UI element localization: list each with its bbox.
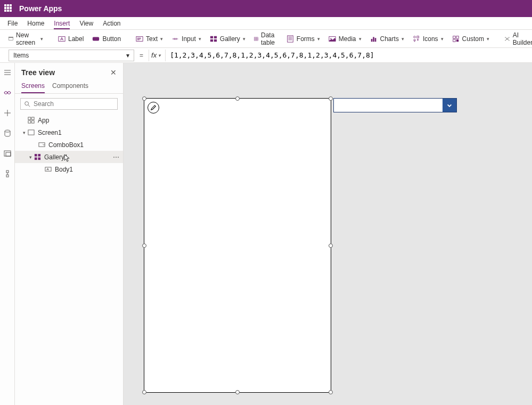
resize-handle[interactable] <box>329 244 333 248</box>
tree-combobox1-label: ComboBox1 <box>48 141 84 149</box>
chevron-down-icon: ▾ <box>317 36 320 42</box>
combobox-control[interactable] <box>333 98 457 112</box>
svg-rect-60 <box>39 143 45 147</box>
fx-label[interactable]: fx▾ <box>149 51 165 59</box>
resize-handle[interactable] <box>142 96 146 101</box>
gallery-control[interactable] <box>144 98 331 393</box>
chevron-down-icon[interactable]: ▾ <box>21 130 27 135</box>
combobox-dropdown-button[interactable] <box>443 99 456 112</box>
icons-label: Icons <box>423 35 438 43</box>
resize-handle[interactable] <box>235 390 240 394</box>
chevron-down-icon: ▾ <box>40 36 43 42</box>
app-launcher-icon[interactable] <box>4 4 13 13</box>
data-table-icon <box>254 35 258 43</box>
close-icon[interactable]: ✕ <box>110 68 117 77</box>
chevron-down-icon: ▾ <box>158 53 161 58</box>
text-button[interactable]: Text ▾ <box>133 33 166 45</box>
resize-handle[interactable] <box>142 244 146 248</box>
search-wrap <box>15 94 123 114</box>
hamburger-icon[interactable] <box>3 68 12 77</box>
tree-combobox1[interactable]: ▾ ComboBox1 <box>15 139 123 151</box>
gallery-button[interactable]: Gallery ▾ <box>207 33 249 45</box>
tab-components[interactable]: Components <box>52 79 88 93</box>
media-panel-icon[interactable] <box>3 149 12 158</box>
svg-point-36 <box>505 40 505 40</box>
advanced-tools-icon[interactable] <box>3 169 12 178</box>
menu-home[interactable]: Home <box>27 20 44 29</box>
data-table-button[interactable]: Data table <box>251 29 281 48</box>
svg-rect-31 <box>453 39 455 41</box>
data-icon[interactable] <box>3 129 12 137</box>
svg-rect-61 <box>35 154 37 157</box>
tab-screens[interactable]: Screens <box>21 79 45 93</box>
svg-rect-59 <box>28 130 34 135</box>
svg-rect-24 <box>371 39 372 42</box>
svg-rect-55 <box>28 117 31 120</box>
tree-tabs: Screens Components <box>15 79 123 94</box>
insert-icon[interactable] <box>3 109 12 117</box>
media-button[interactable]: Media ▾ <box>325 33 365 45</box>
svg-point-47 <box>5 130 10 132</box>
resize-handle[interactable] <box>142 390 146 394</box>
svg-rect-58 <box>31 120 34 123</box>
edit-icon[interactable] <box>148 102 159 114</box>
tree-panel: Tree view ✕ Screens Components ▾ App ▾ S… <box>15 63 124 405</box>
chevron-down-icon[interactable]: ▾ <box>28 155 33 160</box>
tree-screen1[interactable]: ▾ Screen1 <box>15 126 123 139</box>
property-selector[interactable]: Items ▾ <box>9 50 134 61</box>
menu-file[interactable]: File <box>7 20 18 29</box>
menu-action[interactable]: Action <box>103 20 120 29</box>
ai-builder-button[interactable]: AI Builder ▾ <box>501 29 532 48</box>
svg-rect-62 <box>38 154 40 157</box>
tree-gallery1-label: Gallery1 <box>44 153 68 161</box>
svg-rect-32 <box>456 39 458 41</box>
search-box[interactable] <box>20 98 118 110</box>
tree-body1[interactable]: ▾ Body1 <box>15 163 123 175</box>
formula-input[interactable] <box>166 50 532 61</box>
button-label: Button <box>102 35 121 43</box>
menu-insert[interactable]: Insert <box>54 20 70 29</box>
icons-button[interactable]: Icons ▾ <box>410 33 447 45</box>
forms-button[interactable]: Forms ▾ <box>283 33 323 45</box>
svg-rect-49 <box>6 152 11 156</box>
data-table-label: Data table <box>261 31 278 46</box>
svg-rect-25 <box>373 37 374 42</box>
svg-rect-26 <box>374 38 376 42</box>
menu-view[interactable]: View <box>79 20 93 29</box>
canvas[interactable] <box>124 63 532 405</box>
resize-handle[interactable] <box>329 390 333 394</box>
svg-rect-29 <box>453 36 455 38</box>
media-icon <box>329 35 336 43</box>
tree-body1-label: Body1 <box>55 166 73 173</box>
svg-point-27 <box>414 36 416 38</box>
tree-app[interactable]: ▾ App <box>15 114 123 126</box>
new-screen-button[interactable]: New screen ▾ <box>5 29 46 48</box>
svg-rect-51 <box>6 175 9 177</box>
resize-handle[interactable] <box>329 96 333 101</box>
custom-icon <box>452 35 460 43</box>
input-button[interactable]: Input ▾ <box>168 33 204 45</box>
button-button[interactable]: Button <box>89 33 124 45</box>
chevron-down-icon: ▾ <box>199 36 201 42</box>
tree-gallery1[interactable]: ▾ Gallery1 ⋯ <box>15 151 123 163</box>
screen-icon <box>9 35 13 43</box>
more-icon[interactable]: ⋯ <box>113 153 120 161</box>
forms-label: Forms <box>297 35 315 43</box>
charts-button[interactable]: Charts ▾ <box>367 33 407 45</box>
equals-label: = <box>134 52 149 59</box>
custom-button[interactable]: Custom ▾ <box>449 33 493 45</box>
charts-label: Charts <box>380 35 399 43</box>
svg-rect-63 <box>35 157 37 160</box>
label-button[interactable]: Label <box>55 33 87 45</box>
main-area: Tree view ✕ Screens Components ▾ App ▾ S… <box>0 63 532 405</box>
tree-view-icon[interactable] <box>3 88 12 97</box>
label-icon <box>45 166 52 173</box>
gallery-icon <box>210 35 217 43</box>
svg-rect-12 <box>214 39 217 41</box>
svg-rect-11 <box>210 39 213 41</box>
resize-handle[interactable] <box>235 96 240 101</box>
search-input[interactable] <box>34 100 114 108</box>
svg-point-35 <box>509 37 509 37</box>
svg-rect-1 <box>9 37 13 37</box>
chevron-down-icon: ▾ <box>402 36 404 42</box>
